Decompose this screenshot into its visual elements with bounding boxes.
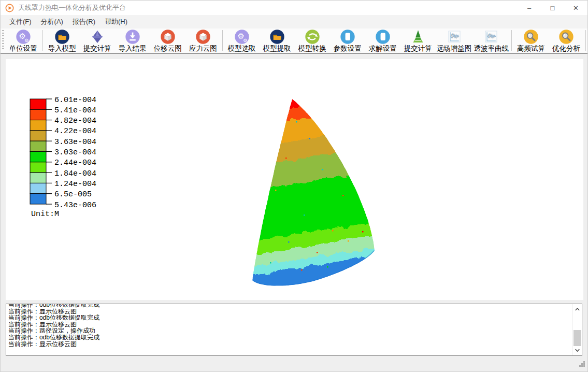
toolbar-button[interactable]: 优化分析 <box>549 28 584 53</box>
scroll-up-icon[interactable] <box>573 306 581 313</box>
gear-icon: ⚙⚙ <box>16 29 31 45</box>
svg-text:⚙: ⚙ <box>24 38 28 43</box>
toolbar-button-label: 导入模型 <box>48 45 76 52</box>
tree-icon <box>410 29 426 45</box>
legend-tick-label: 6.01e-004 <box>54 96 96 105</box>
svg-text:⚙: ⚙ <box>243 38 247 43</box>
toolbar-button[interactable]: ⚙⚙模型选取 <box>224 28 260 53</box>
magnifier-icon <box>558 29 574 45</box>
legend-tick-label: 4.22e-004 <box>54 127 96 136</box>
close-icon[interactable]: ✕ <box>564 1 587 15</box>
log-line: 当前操作：显示位移云图 <box>8 341 582 348</box>
legend-tick-label: 1.24e-004 <box>54 180 96 189</box>
toolbar-button-label: 远场增益图 <box>437 45 472 52</box>
waveform-icon <box>447 29 462 45</box>
legend: 6.01e-0045.41e-0044.82e-0044.22e-0043.63… <box>30 96 96 219</box>
toolbar-button[interactable]: 远场增益图 <box>436 28 473 53</box>
toolbar-button[interactable]: 求解设置 <box>365 28 400 53</box>
toolbar-button-label: 高频试算 <box>517 45 545 52</box>
app-play-icon <box>5 4 14 12</box>
toolbar-button[interactable]: 位移云图 <box>150 28 185 53</box>
app-window: 天线罩力热电一体化分析及优化平台 – □ ✕ 文件(F)分析(A)报告(R)帮助… <box>0 0 588 372</box>
toolbar-button[interactable]: 提交计算 <box>80 28 115 53</box>
contour-model <box>252 99 375 286</box>
toolbar-button-label: 参数设置 <box>334 45 362 52</box>
folder-icon <box>269 29 285 45</box>
toolbar-button[interactable]: 透波率曲线 <box>472 28 510 53</box>
toolbar-button-label: 模型转换 <box>298 45 326 52</box>
folder-icon <box>54 29 70 45</box>
toolbar-button[interactable]: 模型提取 <box>260 28 295 53</box>
toolbar: ⚙⚙单位设置导入模型提交计算导入结果位移云图应力云图⚙⚙模型选取模型提取模型转换… <box>1 28 587 54</box>
cube-icon <box>160 29 176 45</box>
toolbar-button-label: 提交计算 <box>83 45 111 52</box>
scroll-down-icon[interactable] <box>573 347 581 354</box>
legend-tick-label: 4.82e-004 <box>54 117 96 125</box>
magnifier-icon <box>523 29 539 45</box>
maximize-icon[interactable]: □ <box>541 1 564 15</box>
legend-tick-label: 6.5e-005 <box>54 190 92 199</box>
legend-tick-label: 5.43e-006 <box>54 201 96 210</box>
toolbar-drag-handle[interactable] <box>2 30 4 51</box>
toolbar-button-label: 位移云图 <box>154 45 182 52</box>
log-line: 当前操作：odb位移数据提取完成 <box>8 304 582 308</box>
toolbar-button[interactable]: 导入结果 <box>115 28 150 53</box>
legend-tick-label: 3.03e-004 <box>54 148 96 157</box>
gear-icon: ⚙⚙ <box>234 29 250 45</box>
log-scrollbar[interactable] <box>572 304 582 355</box>
toolbar-button-label: 单位设置 <box>9 45 37 52</box>
log-line: 当前操作：odb位移数据提取完成 <box>8 314 582 321</box>
waveform-icon <box>483 29 499 45</box>
toolbar-separator <box>585 30 586 51</box>
legend-tick-label: 5.41e-004 <box>54 106 96 115</box>
cube-icon <box>195 29 211 45</box>
model-viewport[interactable]: 6.01e-0045.41e-0044.82e-0044.22e-0043.63… <box>6 59 583 300</box>
legend-tick-label: 1.84e-004 <box>54 169 96 178</box>
menu-item-0[interactable]: 文件(F) <box>5 15 36 28</box>
toolbar-button[interactable]: 参数设置 <box>330 28 365 53</box>
menu-item-2[interactable]: 报告(R) <box>68 15 100 28</box>
download-icon <box>125 29 140 45</box>
titlebar[interactable]: 天线罩力热电一体化分析及优化平台 – □ ✕ <box>1 1 587 15</box>
resize-grip-icon[interactable] <box>579 360 585 369</box>
toolbar-button[interactable]: 应力云图 <box>185 28 221 53</box>
toolbar-button-label: 模型提取 <box>263 45 291 52</box>
sync-icon <box>305 29 320 45</box>
toolbar-button-label: 应力云图 <box>189 45 217 52</box>
submit-diamond-icon <box>90 29 105 45</box>
operation-log[interactable]: 当前操作：odb位移数据提取完成当前操作：显示位移云图当前操作：odb位移数据提… <box>6 304 582 356</box>
displacement-contour-plot: 6.01e-0045.41e-0044.82e-0044.22e-0043.63… <box>6 59 583 300</box>
window-title: 天线罩力热电一体化分析及优化平台 <box>18 3 126 12</box>
toolbar-button-label: 求解设置 <box>369 45 397 52</box>
log-lines: 当前操作：odb位移数据提取完成当前操作：显示位移云图当前操作：odb位移数据提… <box>8 304 582 347</box>
toolbar-button-label: 模型选取 <box>228 45 256 52</box>
toolbar-button-label: 透波率曲线 <box>474 45 509 52</box>
toolbar-button[interactable]: ⚙⚙单位设置 <box>6 28 41 53</box>
toolbar-separator <box>511 30 512 51</box>
legend-unit-label: Unit:M <box>31 210 59 219</box>
legend-tick-label: 3.63e-004 <box>54 138 96 147</box>
legend-tick-label: 2.44e-004 <box>54 159 96 167</box>
toolbar-button-label: 提交计算 <box>404 45 432 52</box>
toolbar-button[interactable]: 提交计算 <box>400 28 436 53</box>
toolbar-separator <box>222 30 223 51</box>
toolbar-button[interactable]: 高频试算 <box>513 28 549 53</box>
log-line: 当前操作：odb位移数据提取完成 <box>8 334 582 341</box>
toolbar-button[interactable]: 导入模型 <box>45 28 80 53</box>
toolbar-separator <box>42 30 43 51</box>
doc-icon <box>340 29 355 45</box>
menubar: 文件(F)分析(A)报告(R)帮助(H) <box>1 15 587 28</box>
menu-item-1[interactable]: 分析(A) <box>36 15 68 28</box>
toolbar-button-label: 导入结果 <box>119 45 147 52</box>
minimize-icon[interactable]: – <box>518 1 541 15</box>
window-controls: – □ ✕ <box>518 1 587 15</box>
toolbar-button-label: 优化分析 <box>552 45 580 52</box>
toolbar-button[interactable]: 模型转换 <box>295 28 330 53</box>
menu-item-3[interactable]: 帮助(H) <box>100 15 132 28</box>
doc-icon <box>375 29 391 45</box>
scrollbar-thumb[interactable] <box>573 330 581 346</box>
